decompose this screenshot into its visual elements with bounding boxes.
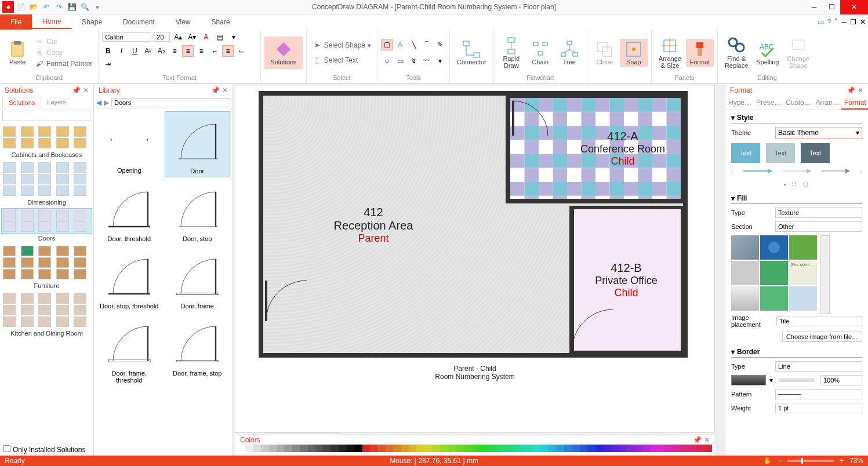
solutions-button[interactable]: Solutions (264, 37, 302, 69)
spline-tool-icon[interactable]: 〰 (421, 55, 433, 67)
color-swatch[interactable] (393, 445, 401, 452)
color-swatch[interactable] (455, 445, 463, 452)
opacity-input[interactable] (820, 375, 862, 385)
align-middle-icon[interactable]: ≡ (222, 45, 234, 57)
color-swatch[interactable] (277, 445, 284, 452)
color-swatch[interactable] (665, 445, 673, 452)
color-swatch[interactable] (362, 445, 370, 452)
solutions-list[interactable]: Cabinets and Bookcases Dimensioning Door… (0, 123, 93, 443)
color-swatch[interactable] (611, 445, 619, 452)
color-swatch[interactable] (681, 445, 688, 452)
color-swatch[interactable] (440, 445, 448, 452)
connector-button[interactable]: Connector (453, 39, 490, 67)
library-item[interactable]: Door, frame (165, 247, 231, 312)
save-icon[interactable]: 💾 (66, 1, 78, 13)
chain-button[interactable]: Chain (526, 39, 554, 67)
library-item[interactable]: Door, threshold (96, 180, 162, 245)
select-text-button[interactable]: ⌶Select Text (310, 55, 373, 65)
theme-select[interactable]: Basic Theme ▾ (775, 127, 862, 139)
next-theme-icon[interactable]: › (860, 168, 862, 176)
connector-tool-icon[interactable]: ↯ (408, 55, 419, 67)
color-swatch[interactable] (308, 445, 315, 452)
search-icon[interactable]: 🔍 (79, 1, 90, 13)
align-center-icon[interactable]: ≡ (182, 45, 194, 57)
subscript-icon[interactable]: A₂ (155, 45, 167, 57)
fill-type-select[interactable] (775, 207, 862, 218)
color-swatch[interactable] (315, 445, 323, 452)
bold-icon[interactable]: B (102, 45, 114, 57)
qat-dropdown-icon[interactable]: ▾ (92, 1, 103, 13)
solutions-search-input[interactable] (2, 111, 90, 121)
new-doc-icon[interactable]: 📄 (15, 1, 27, 13)
color-swatch[interactable] (323, 445, 331, 452)
color-swatch[interactable] (595, 445, 603, 452)
texture-scrollbar[interactable] (820, 235, 830, 314)
theme-text-2[interactable]: Text (766, 143, 795, 163)
color-swatch[interactable] (377, 445, 385, 452)
color-swatch[interactable] (572, 445, 579, 452)
font-color-icon[interactable]: A (200, 31, 212, 43)
open-icon[interactable]: 📂 (28, 1, 39, 13)
collapse-icon[interactable]: ▾ (731, 114, 735, 122)
collapse-icon[interactable]: ▾ (731, 348, 735, 356)
color-swatch[interactable] (518, 445, 525, 452)
solution-category[interactable]: Cabinets and Bookcases (1, 125, 92, 158)
pin-icon[interactable]: 📌 (72, 86, 81, 94)
texture-grid[interactable]: ∫lles dont… (731, 235, 817, 311)
highlight-icon[interactable]: ▤ (214, 31, 226, 43)
file-tab[interactable]: File (0, 14, 32, 30)
color-swatch[interactable] (471, 445, 478, 452)
color-swatch[interactable] (401, 445, 409, 452)
italic-icon[interactable]: I (115, 45, 127, 57)
line-tool-icon[interactable]: ╲ (408, 39, 419, 50)
zoom-slider[interactable] (787, 460, 834, 462)
copy-button[interactable]: ⎘Copy (32, 48, 95, 58)
color-swatch[interactable] (673, 445, 681, 452)
color-swatch[interactable] (463, 445, 471, 452)
document-tab[interactable]: Document (112, 16, 165, 28)
change-shape-button[interactable]: Change Shape (783, 35, 813, 70)
color-swatch[interactable] (347, 445, 354, 452)
vertical-scrollbar[interactable] (714, 84, 725, 432)
home-tab[interactable]: Home (32, 15, 71, 29)
color-swatch[interactable] (292, 445, 300, 452)
paste-button[interactable]: Paste (3, 39, 31, 67)
font-size-select[interactable] (154, 32, 170, 42)
pin-icon[interactable]: 📌 (847, 86, 855, 94)
undo-icon[interactable]: ↶ (41, 1, 52, 13)
sub-close-icon[interactable]: ✕ (860, 18, 866, 26)
format-tab-custom[interactable]: Custo… (783, 97, 812, 110)
color-swatch[interactable] (253, 445, 261, 452)
arc-tool-icon[interactable]: ⌒ (421, 39, 433, 50)
color-palette[interactable] (235, 445, 714, 453)
maximize-button[interactable]: ☐ (823, 0, 840, 14)
layers-tab[interactable]: Layers (41, 97, 72, 108)
min-ribbon-icon[interactable]: ˄ (834, 18, 838, 26)
select-shape-button[interactable]: ➤Select Shape ▾ (310, 40, 373, 50)
close-panel-icon[interactable]: ✕ (222, 86, 228, 94)
library-item[interactable]: Door, frame, threshold (96, 314, 162, 386)
collapse-icon[interactable]: ▾ (731, 194, 735, 202)
color-swatch[interactable] (696, 445, 704, 452)
fill-section-select[interactable] (775, 221, 862, 232)
color-swatch[interactable] (549, 445, 556, 452)
opacity-slider[interactable] (779, 378, 815, 382)
help-icon[interactable]: ? (827, 18, 831, 26)
spelling-button[interactable]: ABCSpelling (753, 39, 782, 67)
only-installed-checkbox[interactable]: Only Installed Solutions (0, 443, 93, 456)
color-swatch[interactable] (331, 445, 339, 452)
color-swatch[interactable] (448, 445, 455, 452)
color-swatch[interactable] (704, 445, 711, 452)
color-swatch[interactable] (525, 445, 533, 452)
solution-category[interactable]: Dimensioning (1, 161, 92, 206)
color-swatch[interactable] (564, 445, 572, 452)
app-icon[interactable]: ◆ (2, 1, 14, 13)
color-swatch[interactable] (479, 445, 486, 452)
color-swatch[interactable] (409, 445, 416, 452)
color-swatch[interactable] (370, 445, 377, 452)
shape-tab[interactable]: Shape (71, 16, 112, 28)
minimize-button[interactable]: ─ (805, 0, 823, 14)
color-dropdown-icon[interactable]: ▾ (769, 376, 773, 384)
color-swatch[interactable] (269, 445, 277, 452)
color-swatch[interactable] (642, 445, 649, 452)
